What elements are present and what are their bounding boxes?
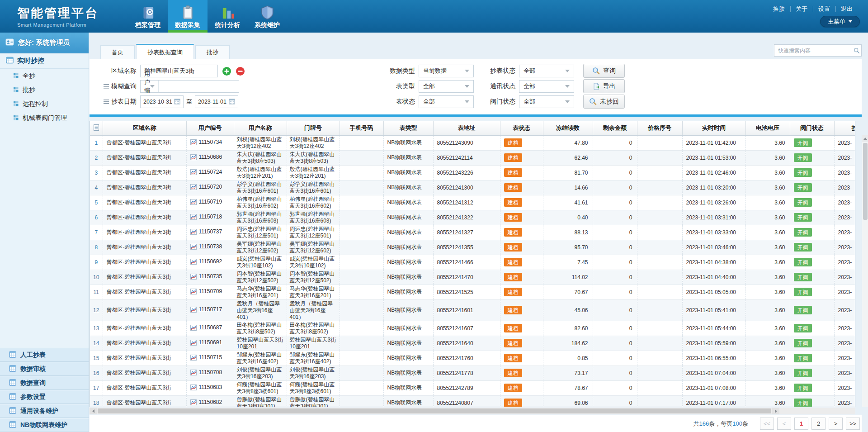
- sidebar-section-realtime-reading[interactable]: 实时抄控: [0, 53, 89, 69]
- table-row[interactable]: 15 曾都区-碧桂园翠山蓝天3街 11150715 邹耀东(碧桂园翠山蓝天3街1…: [90, 351, 855, 366]
- table-row[interactable]: 5 曾都区-碧桂园翠山蓝天3街 11150719 柏伟星(碧桂园翠山蓝天3街16…: [90, 195, 855, 210]
- export-button[interactable]: 导出: [583, 79, 625, 93]
- mini-chart-icon: [190, 199, 197, 205]
- region-input[interactable]: 碧桂园翠山蓝天3街: [140, 65, 218, 77]
- valve-state-select[interactable]: 全部: [519, 95, 574, 108]
- query-button[interactable]: 查询: [583, 64, 625, 78]
- scroll-right-arrow[interactable]: [772, 408, 779, 414]
- col-realtime[interactable]: 实时时间: [682, 121, 745, 135]
- fuzzy-query-input[interactable]: [159, 81, 239, 92]
- col-frozen-reading[interactable]: 冻结读数: [543, 121, 593, 135]
- cell-balance: 0: [593, 150, 637, 165]
- vertical-scrollbar[interactable]: [862, 135, 868, 407]
- menu-device-maintenance[interactable]: 通用设备维护: [0, 404, 89, 418]
- sidebar-item-mechanical-valve[interactable]: 机械表阀门管理: [0, 111, 89, 125]
- menu-manual-reading[interactable]: 人工抄表: [0, 348, 89, 362]
- col-region[interactable]: 区域名称: [103, 121, 186, 135]
- col-meter-addr[interactable]: 表地址: [433, 121, 500, 135]
- quick-search-input[interactable]: [774, 47, 852, 54]
- link-settings[interactable]: 设置: [813, 5, 835, 13]
- calendar-icon[interactable]: [174, 98, 180, 106]
- col-user-name[interactable]: 用户名称: [234, 121, 287, 135]
- meter-type-select[interactable]: 全部: [419, 80, 474, 93]
- menu-data-query[interactable]: 数据查询: [0, 376, 89, 390]
- table-row[interactable]: 1 曾都区-碧桂园翠山蓝天3街 11150734 刘权(碧桂园翠山蓝天3街12座…: [90, 135, 855, 150]
- cell-user-no: 11150717: [186, 299, 234, 321]
- tab-meter-data-query[interactable]: 抄表数据查询: [136, 44, 194, 59]
- nav-item-data-collect[interactable]: 数据采集: [168, 0, 208, 33]
- fuzzy-field-select[interactable]: 用户编号: [141, 81, 159, 92]
- col-phone[interactable]: 手机号码: [340, 121, 383, 135]
- tab-home[interactable]: 首页: [100, 45, 135, 59]
- table-row[interactable]: 2 曾都区-碧桂园翠山蓝天3街 11150686 朱大庆(碧桂园翠山蓝天3街8座…: [90, 150, 855, 165]
- sidebar-item-read-all[interactable]: 全抄: [0, 69, 89, 83]
- table-row[interactable]: 6 曾都区-碧桂园翠山蓝天3街 11150718 郭世强(碧桂园翠山蓝天3街16…: [90, 210, 855, 225]
- unread-button[interactable]: 未抄回: [583, 95, 625, 109]
- table-row[interactable]: 16 曾都区-碧桂园翠山蓝天3街 11150708 刘俊(碧桂园翠山蓝天3街16…: [90, 366, 855, 380]
- tab-batch-read[interactable]: 批抄: [195, 45, 230, 59]
- table-row[interactable]: 3 曾都区-碧桂园翠山蓝天3街 11150724 殷浩(碧桂园翠山蓝天3街12座…: [90, 165, 855, 180]
- table-row[interactable]: 10 曾都区-碧桂园翠山蓝天3街 11150735 周本智(碧桂园翠山蓝天3街1…: [90, 270, 855, 285]
- meter-state-select[interactable]: 全部: [419, 95, 474, 108]
- pagination-bar: 共166条，每页100条 << < 1 2 > >>: [90, 415, 862, 432]
- next-page-button[interactable]: >: [829, 418, 843, 430]
- table-row[interactable]: 7 曾都区-碧桂园翠山蓝天3街 11150737 周运忠(碧桂园翠山蓝天3街12…: [90, 225, 855, 240]
- scroll-up-arrow[interactable]: [862, 135, 868, 142]
- menu-nb-meter-maintenance[interactable]: NB物联网表维护: [0, 418, 89, 432]
- add-region-button[interactable]: [222, 66, 231, 76]
- horizontal-scroll-thumb[interactable]: [98, 408, 771, 413]
- menu-parameter-settings[interactable]: 参数设置: [0, 390, 89, 404]
- cell-meter-status: 建档: [500, 299, 543, 321]
- table-row[interactable]: 11 曾都区-碧桂园翠山蓝天3街 11150709 马志华(碧桂园翠山蓝天3街1…: [90, 285, 855, 299]
- horizontal-scrollbar[interactable]: [90, 408, 855, 414]
- first-page-button[interactable]: <<: [760, 418, 774, 430]
- read-state-select[interactable]: 全部: [519, 65, 574, 77]
- select-all-header[interactable]: [90, 121, 103, 135]
- cell-meter-status: 建档: [500, 336, 543, 351]
- col-read-time-clipped[interactable]: 抄: [834, 121, 855, 135]
- table-row[interactable]: 17 曾都区-碧桂园翠山蓝天3街 11150683 何巍(碧桂园翠山蓝天3街8座…: [90, 380, 855, 395]
- col-price-no[interactable]: 价格序号: [637, 121, 682, 135]
- calendar-icon[interactable]: [229, 98, 235, 106]
- nav-item-archive[interactable]: 档案管理: [128, 0, 168, 33]
- col-balance[interactable]: 剩余金额: [593, 121, 637, 135]
- col-voltage[interactable]: 电池电压: [745, 121, 790, 135]
- page-2-button[interactable]: 2: [811, 418, 826, 430]
- prev-page-button[interactable]: <: [777, 418, 791, 430]
- link-change-skin[interactable]: 换肤: [768, 5, 790, 13]
- col-door-no[interactable]: 门牌号: [287, 121, 340, 135]
- sidebar-item-remote-control[interactable]: 远程控制: [0, 97, 89, 111]
- remove-region-button[interactable]: [236, 66, 245, 76]
- table-row[interactable]: 9 曾都区-碧桂园翠山蓝天3街 11150692 戚岚(碧桂园翠山蓝天3街10座…: [90, 255, 855, 270]
- scroll-left-arrow[interactable]: [90, 408, 97, 414]
- vertical-scroll-thumb[interactable]: [863, 143, 868, 220]
- table-row[interactable]: 18 曾都区-碧桂园翠山蓝天3街 11150682 曾鹏傲(碧桂园翠山蓝天3街8…: [90, 395, 855, 407]
- table-row[interactable]: 13 曾都区-碧桂园翠山蓝天3街 11150687 田冬梅(碧桂园翠山蓝天3街8…: [90, 321, 855, 336]
- nav-item-statistics[interactable]: 统计分析: [208, 0, 247, 33]
- last-page-button[interactable]: >>: [846, 418, 860, 430]
- table-row[interactable]: 14 曾都区-碧桂园翠山蓝天3街 11150691 碧桂园翠山蓝天3街10座20…: [90, 336, 855, 351]
- table-row[interactable]: 4 曾都区-碧桂园翠山蓝天3街 11150720 彭学义(碧桂园翠山蓝天3街16…: [90, 180, 855, 195]
- col-meter-status[interactable]: 表状态: [500, 121, 543, 135]
- col-meter-type[interactable]: 表类型: [383, 121, 433, 135]
- cell-region: 曾都区-碧桂园翠山蓝天3街: [103, 321, 186, 336]
- search-icon[interactable]: [852, 45, 861, 56]
- cell-meter-addr: 805521241327: [433, 225, 500, 240]
- col-user-no[interactable]: 用户编号: [186, 121, 234, 135]
- table-row[interactable]: 12 曾都区-碧桂园翠山蓝天3街 11150717 孟秋月（碧桂园翠山蓝天3街1…: [90, 299, 855, 321]
- cell-phone: [340, 351, 383, 366]
- nav-item-maintenance[interactable]: 系统维护: [247, 0, 287, 33]
- link-about[interactable]: 关于: [790, 5, 813, 13]
- data-type-select[interactable]: 当前数据: [419, 65, 474, 77]
- comm-state-select[interactable]: 全部: [519, 80, 574, 93]
- link-logout[interactable]: 退出: [835, 5, 858, 13]
- main-menu-button[interactable]: 主菜单: [820, 16, 860, 27]
- sidebar-item-batch-read[interactable]: 批抄: [0, 83, 89, 97]
- col-valve-status[interactable]: 阀门状态: [790, 121, 834, 135]
- page-1-button[interactable]: 1: [794, 418, 808, 430]
- cell-valve-status: 开阀: [790, 366, 834, 380]
- date-from-input[interactable]: 2023-10-31: [140, 95, 184, 108]
- menu-data-audit[interactable]: 数据审核: [0, 362, 89, 376]
- date-to-input[interactable]: 2023-11-01: [195, 95, 238, 108]
- table-row[interactable]: 8 曾都区-碧桂园翠山蓝天3街 11150738 吴军娜(碧桂园翠山蓝天3街12…: [90, 240, 855, 255]
